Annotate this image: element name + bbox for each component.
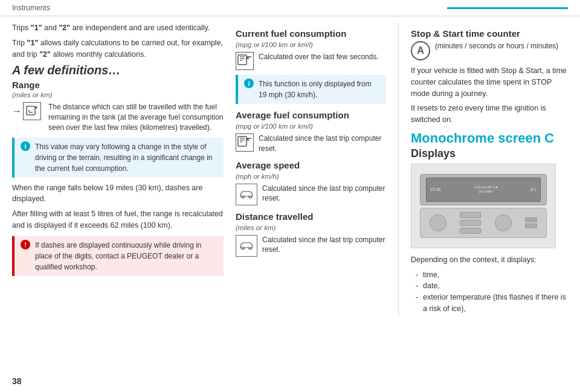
left-column: Trips "1" and "2" are independent and ar…	[12, 22, 236, 317]
display-item-1: time,	[416, 269, 568, 281]
stop-start-para-2: It resets to zero every time the ignitio…	[411, 103, 568, 126]
range-heading: Range	[12, 80, 224, 90]
average-speed-unit: (mph or km/h)	[236, 173, 386, 180]
info-box-1-text: This value may vary following a change i…	[35, 141, 218, 174]
accent-line	[447, 7, 568, 9]
current-fuel-desc: Calculated over the last few seconds.	[259, 52, 379, 62]
average-fuel-x-icon	[236, 133, 254, 152]
average-fuel-icon-row: Calculated since the last trip computer …	[236, 133, 386, 154]
range-para-2: After filling with at least 5 litres of …	[12, 208, 224, 231]
stop-start-heading: Stop & Start time counter	[411, 28, 568, 39]
average-speed-car-icon	[236, 184, 257, 205]
page-number: 38	[12, 376, 22, 386]
definitions-title: A few definitions…	[12, 63, 224, 77]
range-icon-wrap: →	[12, 102, 41, 120]
car-display-image: 15:38 COULEUR 3★ 100.5 MHz 8.1	[411, 164, 556, 248]
svg-rect-0	[27, 106, 35, 115]
distance-heading: Distance travelled	[236, 211, 386, 222]
range-description: The distance which can still be travelle…	[48, 102, 224, 132]
stop-start-unit: (minutes / seconds or hours / minutes)	[435, 41, 558, 51]
distance-unit: (miles or km)	[236, 224, 386, 231]
current-fuel-x-icon	[236, 52, 254, 70]
distance-icon-row: Calculated since the last trip computer …	[236, 235, 386, 257]
warning-box: ! If dashes are displayed continuously w…	[12, 236, 224, 276]
warning-box-text: If dashes are displayed continuously whi…	[35, 240, 218, 272]
distance-car-icon	[236, 235, 257, 257]
mid-info-icon: i	[244, 79, 254, 88]
average-fuel-heading: Average fuel consumption	[236, 110, 386, 120]
page-content: Trips "1" and "2" are independent and ar…	[0, 16, 580, 323]
info-icon-1: i	[21, 141, 30, 151]
display-item-3: exterior temperature (this flashes if th…	[416, 292, 568, 315]
display-item-2: date,	[416, 280, 568, 292]
average-fuel-unit: (mpg or l/100 km or km/l)	[236, 123, 386, 130]
range-para-1: When the range falls below 19 miles (30 …	[12, 182, 224, 205]
mid-info-box-text: This function is only displayed from 19 …	[259, 79, 380, 100]
intro-text-2: Trip "1" allows daily calculations to be…	[12, 37, 224, 60]
current-fuel-icon-row: Calculated over the last few seconds.	[236, 52, 386, 70]
range-unit: (miles or km)	[12, 91, 224, 98]
displays-heading: Displays	[411, 147, 568, 160]
middle-column: Current fuel consumption (mpg or l/100 k…	[236, 22, 399, 317]
average-fuel-desc: Calculated since the last trip computer …	[259, 133, 386, 154]
mid-info-box: i This function is only displayed from 1…	[236, 75, 386, 104]
average-speed-icon-row: Calculated since the last trip computer …	[236, 184, 386, 205]
current-fuel-heading: Current fuel consumption	[236, 28, 386, 39]
a-circle-icon: A	[411, 41, 430, 60]
displays-list: time, date, exterior temperature (this f…	[416, 269, 568, 315]
average-speed-heading: Average speed	[236, 160, 386, 170]
mono-screen-heading: Monochrome screen C	[411, 130, 568, 146]
distance-desc: Calculated since the last trip computer …	[262, 235, 386, 255]
stop-start-icon-row: A (minutes / seconds or hours / minutes)	[411, 41, 568, 60]
right-column: Stop & Start time counter A (minutes / s…	[399, 22, 568, 317]
info-box-1: i This value may vary following a change…	[12, 138, 224, 178]
top-bar: Instruments	[0, 0, 580, 16]
intro-text-1: Trips "1" and "2" are independent and ar…	[12, 22, 224, 34]
warning-icon: !	[21, 240, 30, 249]
fuel-gauge-icon	[23, 102, 41, 120]
svg-rect-12	[238, 137, 246, 146]
stop-start-para-1: If your vehicle is fitted with Stop & St…	[411, 65, 568, 99]
average-speed-desc: Calculated since the last trip computer …	[262, 184, 386, 204]
current-fuel-unit: (mpg or l/100 km or km/l)	[236, 41, 386, 48]
page-section-title: Instruments	[12, 4, 435, 12]
displays-context-label: Depending on the context, it displays:	[411, 254, 568, 266]
arrow-icon: →	[12, 106, 22, 117]
range-icon-row: → The distance which can still be travel…	[12, 102, 224, 132]
